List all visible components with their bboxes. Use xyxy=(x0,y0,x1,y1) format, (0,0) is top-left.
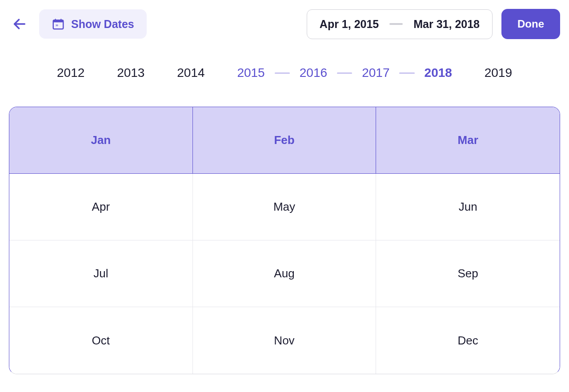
month-cell-aug[interactable]: Aug xyxy=(193,240,377,307)
month-row: AprMayJun xyxy=(9,174,560,240)
date-range-separator-icon xyxy=(389,23,403,25)
month-row: JanFebMar xyxy=(9,107,560,174)
year-item-2012[interactable]: 2012 xyxy=(53,66,88,80)
year-item-2015[interactable]: 2015 xyxy=(233,66,268,80)
month-row: JulAugSep xyxy=(9,240,560,307)
month-cell-apr[interactable]: Apr xyxy=(9,174,193,240)
year-item-2016[interactable]: 2016 xyxy=(296,66,331,80)
month-cell-feb[interactable]: Feb xyxy=(193,107,377,174)
arrow-left-icon xyxy=(12,16,27,32)
year-selector: 20122013201420152016201720182019 xyxy=(9,66,560,80)
month-cell-mar[interactable]: Mar xyxy=(376,107,560,174)
done-label: Done xyxy=(517,18,544,30)
calendar-icon: 30 xyxy=(52,17,65,31)
month-cell-jul[interactable]: Jul xyxy=(9,240,193,307)
date-range-end: Mar 31, 2018 xyxy=(413,18,480,31)
year-item-2017[interactable]: 2017 xyxy=(358,66,393,80)
year-item-2014[interactable]: 2014 xyxy=(173,66,208,80)
svg-text:30: 30 xyxy=(56,24,58,27)
month-cell-oct[interactable]: Oct xyxy=(9,307,193,374)
show-dates-button[interactable]: 30 Show Dates xyxy=(39,9,147,39)
year-item-2018[interactable]: 2018 xyxy=(421,66,456,80)
back-button[interactable] xyxy=(9,13,30,35)
year-item-2013[interactable]: 2013 xyxy=(113,66,148,80)
year-range-connector-icon xyxy=(399,72,414,74)
year-item-2019[interactable]: 2019 xyxy=(481,66,516,80)
month-grid: JanFebMarAprMayJunJulAugSepOctNovDec xyxy=(9,107,560,374)
month-cell-may[interactable]: May xyxy=(193,174,377,240)
done-button[interactable]: Done xyxy=(501,9,560,39)
date-range-display[interactable]: Apr 1, 2015 Mar 31, 2018 xyxy=(307,9,493,39)
year-range-connector-icon xyxy=(275,72,290,74)
month-cell-jan[interactable]: Jan xyxy=(9,107,193,174)
month-cell-dec[interactable]: Dec xyxy=(376,307,560,374)
header-bar: 30 Show Dates Apr 1, 2015 Mar 31, 2018 D… xyxy=(9,9,560,39)
show-dates-label: Show Dates xyxy=(71,18,134,31)
year-range-connector-icon xyxy=(337,72,352,74)
month-cell-nov[interactable]: Nov xyxy=(193,307,377,374)
month-cell-jun[interactable]: Jun xyxy=(376,174,560,240)
date-range-start: Apr 1, 2015 xyxy=(320,18,379,31)
month-row: OctNovDec xyxy=(9,307,560,374)
month-cell-sep[interactable]: Sep xyxy=(376,240,560,307)
